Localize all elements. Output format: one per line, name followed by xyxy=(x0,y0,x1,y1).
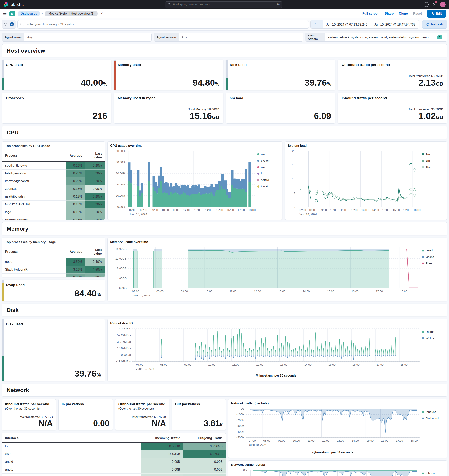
disk-used-card: Disk used39.76% xyxy=(2,319,105,381)
legend-dot-icon xyxy=(422,166,424,168)
panel-title: CPU usage over time xyxy=(110,144,280,149)
process-cell: ap1 xyxy=(2,474,141,476)
memory-usage-chart[interactable]: 07:0008:0009:0010:0011:0012:0013:0014:00… xyxy=(110,245,422,299)
share-button[interactable]: Share xyxy=(385,12,394,16)
legend-item[interactable]: system xyxy=(257,159,280,162)
agent-name-filter[interactable]: Agent name Any ⌄ xyxy=(2,33,152,42)
legend-item[interactable]: nice xyxy=(257,165,280,169)
disk-io-chart[interactable]: 07:0008:0009:0010:0011:0012:0013:0014:00… xyxy=(110,327,422,379)
filter-funnel-icon[interactable] xyxy=(4,23,7,26)
data-stream-label: Data stream xyxy=(305,33,325,41)
average-cell: 0.13% xyxy=(66,201,85,208)
column-header[interactable]: Interface xyxy=(2,434,141,442)
agent-name-label: Agent name xyxy=(2,33,24,41)
average-cell: 0.00B xyxy=(141,466,183,474)
agent-version-filter[interactable]: Agent version Any ⌄ xyxy=(154,33,303,42)
kpi-progress-bar xyxy=(2,319,4,381)
breadcrumb-dashboards[interactable]: Dashboards xyxy=(17,11,40,17)
search-icon xyxy=(20,23,24,26)
legend-item[interactable]: softirq xyxy=(257,178,280,182)
add-filter-icon[interactable]: + xyxy=(10,22,14,27)
table-row: nsattributedstr0.15%0.20% xyxy=(2,193,105,201)
reset-button[interactable]: Reset xyxy=(413,12,422,16)
dashboard-badge[interactable]: D xyxy=(9,11,15,17)
legend-item[interactable]: 15m xyxy=(422,165,444,169)
column-header[interactable]: Average xyxy=(66,150,85,162)
legend-item[interactable]: Free xyxy=(422,262,444,265)
svg-text:09:00: 09:00 xyxy=(151,208,158,211)
average-cell: 30.56GB xyxy=(141,442,183,450)
svg-text:08:00: 08:00 xyxy=(309,208,317,211)
process-cell: node xyxy=(2,258,66,266)
cpu-usage-panel: CPU usage over time 07:0008:0009:0010:00… xyxy=(107,142,282,220)
legend-item[interactable]: Used xyxy=(422,249,444,252)
svg-text:17:00: 17:00 xyxy=(396,439,403,442)
column-header[interactable]: Average xyxy=(66,246,85,258)
data-stream-count-badge: 7 xyxy=(437,35,442,39)
elastic-logo[interactable]: elastic xyxy=(3,2,24,7)
network-bytes-legend: InboundOutbound xyxy=(422,468,444,476)
last-value-cell: 0.00B xyxy=(183,466,226,474)
column-header[interactable]: Last value xyxy=(85,246,105,258)
edit-button[interactable]: ✎ Edit xyxy=(427,10,446,17)
panel-title: Memory usage over time xyxy=(110,240,444,245)
legend-item[interactable]: user xyxy=(257,153,280,156)
svg-text:10:00: 10:00 xyxy=(208,363,215,366)
legend-item[interactable]: Reads xyxy=(422,330,444,334)
svg-text:09:00: 09:00 xyxy=(184,363,191,366)
svg-text:07:00: 07:00 xyxy=(248,439,256,442)
kql-filter-input[interactable] xyxy=(17,20,309,28)
column-header[interactable]: Last value xyxy=(85,150,105,162)
cpu-usage-chart[interactable]: 07:0008:0009:0010:0011:0012:0013:0014:00… xyxy=(110,149,257,217)
memory-process-table: ProcessAverageLast valuenode3.59%2.40%Sl… xyxy=(2,246,105,277)
checkmark-icon[interactable]: ✓ xyxy=(100,11,103,16)
avatar[interactable]: TA xyxy=(440,2,446,7)
cpu-usage-legend: usersystemniceirqsoftirqiowait xyxy=(257,149,280,217)
date-range[interactable]: Jun 10, 2024 @ 07:13:32.240 → Jun 10, 20… xyxy=(323,20,419,28)
kpi-value: 39.76% xyxy=(230,78,331,87)
legend-item[interactable]: Cache xyxy=(422,255,444,259)
svg-text:14:00: 14:00 xyxy=(372,208,379,211)
column-header[interactable]: Process xyxy=(2,150,66,162)
system-load-chart[interactable]: 07:0008:0009:0010:0011:0012:0013:0014:00… xyxy=(288,149,422,217)
legend-item[interactable]: 5m xyxy=(422,159,444,162)
column-header[interactable]: Outgoing Traffic xyxy=(183,434,226,442)
data-stream-filter[interactable]: Data stream system.network, system.cpu, … xyxy=(305,33,447,42)
kpi-value: 94.80% xyxy=(118,78,219,87)
column-header[interactable]: Incoming Traffic xyxy=(141,434,183,442)
menu-icon[interactable]: ☰ xyxy=(3,11,7,16)
clone-button[interactable]: Clone xyxy=(399,12,408,16)
date-to[interactable]: Jun 10, 2024 @ 18:47:54.738 xyxy=(374,23,415,26)
process-cell: knowledgeconstr xyxy=(2,177,66,185)
svg-text:June 10, 2024: June 10, 2024 xyxy=(299,212,317,216)
kpi-title: Outbound traffic per second xyxy=(118,402,166,406)
news-icon[interactable] xyxy=(432,2,437,7)
legend-dot-icon xyxy=(422,337,424,339)
column-header[interactable]: Process xyxy=(2,246,66,258)
legend-item[interactable]: 1m xyxy=(422,153,444,156)
legend-item[interactable]: iowait xyxy=(257,185,280,188)
average-cell: 0.00B xyxy=(141,458,183,466)
network-bytes-chart[interactable]: 07:0008:0009:0010:0011:0012:0013:0014:00… xyxy=(231,468,422,476)
legend-item[interactable]: irq xyxy=(257,172,280,175)
global-search-input[interactable] xyxy=(165,1,282,8)
calendar-button[interactable]: ⌄ xyxy=(311,20,323,28)
full-screen-button[interactable]: Full screen xyxy=(362,12,380,16)
date-from[interactable]: Jun 10, 2024 @ 07:13:32.240 xyxy=(326,23,368,26)
refresh-button[interactable]: Refresh xyxy=(422,20,447,28)
help-icon[interactable] xyxy=(424,2,429,7)
last-value-cell: 63.76GB xyxy=(183,450,226,458)
legend-item[interactable]: Inbound xyxy=(422,410,444,414)
legend-item[interactable]: Writes xyxy=(422,336,444,340)
kql-filter[interactable] xyxy=(17,20,309,28)
svg-text:17:00: 17:00 xyxy=(237,208,245,211)
average-cell: 0.13% xyxy=(66,216,85,220)
global-search[interactable]: ⌘/ xyxy=(165,1,282,8)
average-cell: 14.53KB xyxy=(141,450,183,458)
legend-item[interactable]: Inbound xyxy=(422,472,444,475)
last-value-cell: 0.10% xyxy=(85,208,105,216)
network-packets-chart[interactable]: 07:0008:0009:0010:0011:0012:0013:0014:00… xyxy=(231,407,422,456)
kpi-value: 0.00 xyxy=(62,419,109,428)
svg-text:10:00: 10:00 xyxy=(162,208,169,211)
legend-item[interactable]: Outbound xyxy=(422,417,444,420)
